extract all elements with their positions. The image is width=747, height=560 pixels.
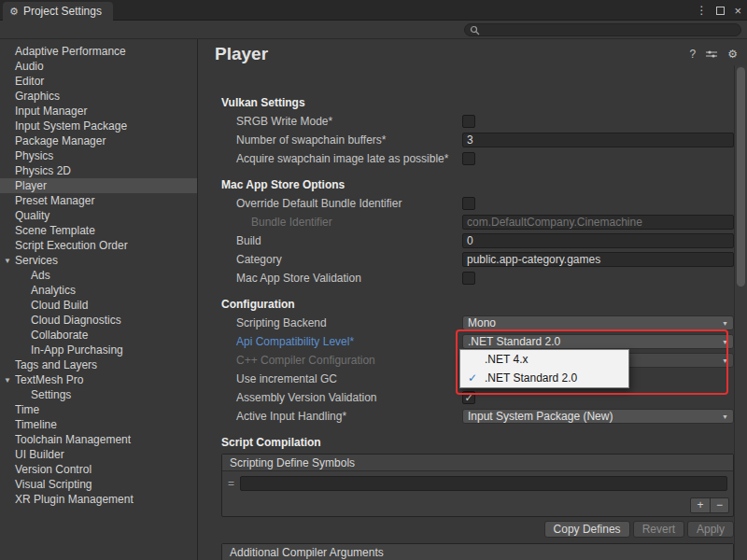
- setting-label: Bundle Identifier: [221, 216, 462, 229]
- sidebar-item-in-app-purchasing[interactable]: In-App Purchasing: [0, 343, 197, 357]
- chevron-down-icon: ▼: [722, 320, 728, 327]
- scripting-define-symbols-box: Scripting Define Symbols = + −: [221, 454, 734, 517]
- sidebar-item-input-manager[interactable]: Input Manager: [0, 104, 197, 119]
- sidebar-item-tags-and-layers[interactable]: Tags and Layers: [0, 357, 197, 372]
- sidebar-item-version-control[interactable]: Version Control: [0, 462, 197, 477]
- setting-row: Assembly Version Validation ✓: [221, 388, 747, 407]
- sidebar-item-package-manager[interactable]: Package Manager: [0, 133, 197, 148]
- sidebar-item-editor[interactable]: Editor: [0, 74, 197, 89]
- scripting-define-symbols-header: Scripting Define Symbols: [222, 455, 733, 471]
- dropdown-option-net-4x[interactable]: .NET 4.x: [460, 350, 628, 369]
- search-icon: [470, 25, 480, 35]
- sidebar-item-ui-builder[interactable]: UI Builder: [0, 447, 197, 462]
- setting-label: Mac App Store Validation: [221, 272, 462, 285]
- setting-row: Build 0: [221, 231, 747, 250]
- chevron-down-icon: ▼: [722, 357, 728, 364]
- player-settings-content: Vulkan Settings SRGB Write Mode* ✓ Numbe…: [198, 91, 747, 560]
- api-compatibility-level-dropdown[interactable]: .NET Standard 2.0▼: [462, 334, 734, 349]
- chevron-down-icon: ▼: [722, 413, 728, 420]
- chevron-down-icon: ▼: [722, 339, 728, 345]
- tab-title: Project Settings: [23, 5, 102, 18]
- sidebar-item-time[interactable]: Time: [0, 402, 197, 417]
- remove-define-button[interactable]: −: [710, 498, 728, 512]
- sidebar-item-scene-template[interactable]: Scene Template: [0, 223, 197, 238]
- sidebar-item-cloud-diagnostics[interactable]: Cloud Diagnostics: [0, 313, 197, 328]
- setting-label: Api Compatibility Level*: [221, 335, 462, 348]
- sidebar-item-collaborate[interactable]: Collaborate: [0, 328, 197, 343]
- define-symbol-input[interactable]: [240, 476, 727, 491]
- scripting-backend-dropdown[interactable]: Mono▼: [462, 315, 734, 330]
- setting-label: Acquire swapchain image late as possible…: [221, 152, 462, 165]
- foldout-arrow-icon[interactable]: ▼: [4, 376, 11, 385]
- sidebar-item-visual-scripting[interactable]: Visual Scripting: [0, 477, 197, 492]
- section-header-configuration: Configuration: [221, 295, 747, 314]
- sidebar-item-ads[interactable]: Ads: [0, 268, 197, 283]
- setting-row: Acquire swapchain image late as possible…: [221, 149, 747, 168]
- sidebar-item-player[interactable]: Player: [0, 178, 197, 193]
- mac-app-store-validation-checkbox[interactable]: ✓: [462, 272, 475, 285]
- sidebar-item-services[interactable]: ▼Services: [0, 253, 197, 268]
- sidebar-item-toolchain-management[interactable]: Toolchain Management: [0, 432, 197, 447]
- api-compatibility-dropdown-popup: .NET 4.x ✓ .NET Standard 2.0: [459, 349, 629, 388]
- tab-project-settings[interactable]: ⚙ Project Settings: [3, 2, 113, 21]
- gear-icon[interactable]: ⚙: [727, 48, 738, 61]
- settings-toolbar: [0, 21, 747, 39]
- scrollbar-thumb[interactable]: [737, 67, 745, 287]
- setting-row: Bundle Identifier com.DefaultCompany.Cin…: [221, 213, 747, 231]
- setting-label: Build: [221, 234, 462, 247]
- close-icon[interactable]: ×: [734, 4, 741, 18]
- sidebar-item-input-system-package[interactable]: Input System Package: [0, 119, 197, 133]
- category-input[interactable]: public.app-category.games: [462, 252, 734, 267]
- srgb-write-mode-checkbox[interactable]: ✓: [462, 115, 475, 128]
- revert-button: Revert: [633, 521, 684, 538]
- vertical-scrollbar[interactable]: [734, 65, 747, 560]
- check-icon: ✓: [464, 392, 472, 404]
- help-icon[interactable]: ?: [690, 48, 697, 61]
- sidebar-item-graphics[interactable]: Graphics: [0, 89, 197, 104]
- sidebar-item-timeline[interactable]: Timeline: [0, 417, 197, 432]
- sidebar-item-audio[interactable]: Audio: [0, 59, 197, 74]
- window-menu-icon[interactable]: ⋮: [696, 4, 707, 17]
- additional-compiler-arguments-header: Additional Compiler Arguments: [222, 544, 733, 560]
- dropdown-option-net-standard-20[interactable]: ✓ .NET Standard 2.0: [460, 369, 628, 387]
- setting-row: Api Compatibility Level* .NET Standard 2…: [221, 332, 747, 351]
- sidebar-item-analytics[interactable]: Analytics: [0, 283, 197, 298]
- setting-label: SRGB Write Mode*: [221, 115, 462, 128]
- player-settings-panel: Player ? ⚙ Vulkan Settings SRGB Write Mo…: [198, 39, 747, 560]
- acquire-swapchain-late-checkbox[interactable]: ✓: [462, 152, 475, 165]
- copy-defines-button[interactable]: Copy Defines: [544, 521, 630, 538]
- search-input[interactable]: [464, 23, 741, 36]
- setting-label: Scripting Backend: [221, 316, 462, 329]
- sidebar-item-physics-2d[interactable]: Physics 2D: [0, 163, 197, 178]
- sidebar-item-tmp-settings[interactable]: Settings: [0, 387, 197, 402]
- sidebar-item-physics[interactable]: Physics: [0, 148, 197, 163]
- maximize-icon[interactable]: [716, 7, 725, 15]
- setting-label: C++ Compiler Configuration: [221, 354, 462, 367]
- add-define-button[interactable]: +: [691, 498, 710, 512]
- setting-label: Use incremental GC: [221, 372, 462, 385]
- drag-handle-icon[interactable]: =: [228, 477, 234, 490]
- sidebar-item-preset-manager[interactable]: Preset Manager: [0, 193, 197, 208]
- foldout-arrow-icon[interactable]: ▼: [4, 257, 11, 265]
- sidebar-item-quality[interactable]: Quality: [0, 208, 197, 223]
- sidebar-item-cloud-build[interactable]: Cloud Build: [0, 298, 197, 313]
- sidebar-item-adaptive-performance[interactable]: Adaptive Performance: [0, 44, 197, 59]
- apply-button: Apply: [687, 521, 734, 538]
- build-input[interactable]: 0: [462, 233, 734, 248]
- setting-label: Active Input Handling*: [221, 410, 462, 423]
- settings-category-list: Adaptive Performance Audio Editor Graphi…: [0, 39, 198, 560]
- sidebar-item-xr-plugin-management[interactable]: XR Plugin Management: [0, 492, 197, 507]
- swapchain-buffers-input[interactable]: 3: [462, 133, 734, 147]
- override-bundle-identifier-checkbox[interactable]: ✓: [462, 197, 475, 210]
- assembly-version-validation-checkbox[interactable]: ✓: [462, 391, 475, 404]
- sidebar-item-script-execution-order[interactable]: Script Execution Order: [0, 238, 197, 253]
- active-input-handling-dropdown[interactable]: Input System Package (New)▼: [462, 409, 734, 424]
- setting-label: Assembly Version Validation: [221, 391, 462, 404]
- section-header-mac-app-store: Mac App Store Options: [221, 175, 747, 194]
- preset-icon[interactable]: [706, 49, 717, 59]
- setting-label: Number of swapchain buffers*: [221, 133, 462, 147]
- sidebar-item-textmesh-pro[interactable]: ▼TextMesh Pro: [0, 372, 197, 387]
- page-title: Player: [215, 44, 690, 64]
- section-header-vulkan: Vulkan Settings: [221, 93, 747, 112]
- section-header-script-compilation: Script Compilation: [221, 433, 747, 452]
